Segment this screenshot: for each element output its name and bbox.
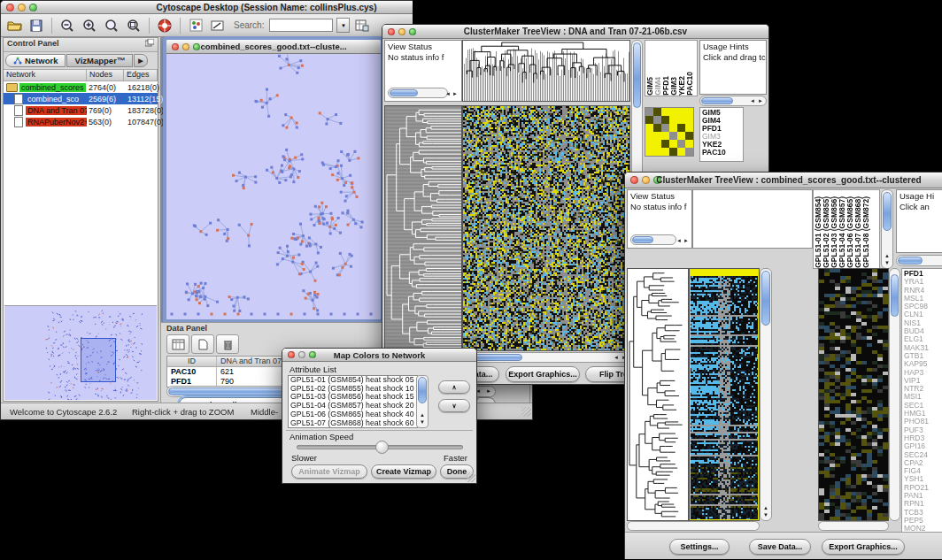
matrix-cell[interactable] xyxy=(677,108,685,116)
zoom-heatmap-canvas[interactable] xyxy=(818,268,889,521)
tv2-zoom-vscrollbar[interactable] xyxy=(889,268,900,521)
tv1-column-labels[interactable]: GIM5GIM4PFD1GIM3YKE2PAC10 xyxy=(645,40,698,96)
matrix-cell[interactable] xyxy=(653,124,661,132)
matrix-cell[interactable] xyxy=(685,108,693,116)
matrix-cell[interactable] xyxy=(661,116,669,124)
animation-speed-slider[interactable] xyxy=(297,445,463,449)
attribute-list-scrollbar[interactable]: ▲ ▼ xyxy=(416,375,429,428)
matrix-cell[interactable] xyxy=(645,116,653,124)
scroll-thumb[interactable] xyxy=(633,42,641,108)
export-graphics-button[interactable]: Export Graphics... xyxy=(822,539,905,555)
tv1-hints-scrollbar[interactable]: ◄ ► xyxy=(699,96,767,106)
column-label[interactable]: YKE2 xyxy=(677,76,685,96)
col-network[interactable]: Network xyxy=(4,70,87,81)
matrix-cell[interactable] xyxy=(669,108,677,116)
scroll-left-icon[interactable]: ◄ xyxy=(750,98,755,104)
column-label[interactable]: GPL51-02 (GSM855) xyxy=(822,196,830,268)
view-status-scrollbar[interactable] xyxy=(388,88,448,98)
column-dendrogram-canvas[interactable] xyxy=(462,40,630,102)
matrix-cell[interactable] xyxy=(661,124,669,132)
search-input[interactable] xyxy=(269,19,333,32)
open-session-button[interactable] xyxy=(4,17,24,35)
network-tree-row[interactable]: RNAPuberNov2+563(0)107847(0) xyxy=(4,116,158,127)
tv1-titlebar[interactable]: ClusterMaker TreeView : DNA and Tran 07-… xyxy=(382,25,768,39)
matrix-cell[interactable] xyxy=(653,116,661,124)
matrix-cell[interactable] xyxy=(677,140,685,148)
zoom-selected-button[interactable] xyxy=(102,17,121,35)
export-graphics-button[interactable]: Export Graphics... xyxy=(506,366,580,382)
matrix-cell[interactable] xyxy=(669,148,677,156)
heatmap-canvas[interactable] xyxy=(462,105,630,351)
row-dendrogram-canvas[interactable] xyxy=(627,268,689,521)
matrix-cell[interactable] xyxy=(685,116,693,124)
matrix-cell[interactable] xyxy=(669,132,677,140)
matrix-cell[interactable] xyxy=(661,108,669,116)
matrix-cell[interactable] xyxy=(669,140,677,148)
scroll-thumb[interactable] xyxy=(418,377,427,403)
matrix-cell[interactable] xyxy=(677,132,685,140)
birds-eye-view[interactable] xyxy=(4,305,157,400)
slider-thumb[interactable] xyxy=(375,441,389,454)
matrix-cell[interactable] xyxy=(661,140,669,148)
zoom-out-button[interactable] xyxy=(58,17,77,35)
column-label[interactable]: GIM4 xyxy=(653,77,661,96)
matrix-cell[interactable] xyxy=(669,116,677,124)
col-nodes[interactable]: Nodes xyxy=(87,70,124,81)
matrix-cell[interactable] xyxy=(661,132,669,140)
column-label[interactable]: PAC10 xyxy=(685,72,693,96)
matrix-cell[interactable] xyxy=(677,116,685,124)
column-label[interactable]: GIM3 xyxy=(669,77,677,96)
scroll-left-icon[interactable]: ◄ xyxy=(614,355,619,360)
network-tree-row[interactable]: combined_sco2569(6)13112(15) xyxy=(4,93,158,104)
float-panel-icon[interactable] xyxy=(145,39,154,50)
attribute-select-icon[interactable] xyxy=(166,334,189,354)
tv2-column-dendrogram[interactable] xyxy=(692,189,813,249)
scroll-down-icon[interactable]: ▼ xyxy=(763,512,768,518)
save-data-button[interactable]: Save Data... xyxy=(749,539,811,555)
matrix-cell[interactable] xyxy=(645,148,653,156)
tv2-titlebar[interactable]: ClusterMaker TreeView : combined_scores_… xyxy=(625,173,942,188)
node-attributes-icon[interactable] xyxy=(186,17,205,35)
heatmap-canvas[interactable] xyxy=(689,268,760,521)
scroll-right-icon[interactable]: ► xyxy=(486,388,491,394)
column-label[interactable]: PFD1 xyxy=(661,76,669,96)
scroll-up-icon[interactable]: ▲ xyxy=(884,253,890,258)
tv2-hscrollbar-left[interactable] xyxy=(627,521,760,531)
dialog-titlebar[interactable]: Map Colors to Network xyxy=(282,349,476,362)
matrix-cell[interactable] xyxy=(645,124,653,132)
view-status-scrollbar[interactable] xyxy=(630,234,676,245)
annotation-icon[interactable] xyxy=(208,17,228,35)
delete-attribute-icon[interactable] xyxy=(216,334,239,354)
tab-overflow-arrow-icon[interactable]: ▶ xyxy=(134,54,147,67)
attribute-list-item[interactable]: GPL51-07 (GSM868) heat shock 60 min xyxy=(289,419,417,428)
scroll-right-icon[interactable]: ► xyxy=(452,91,458,96)
column-label[interactable]: GPL51-01 (GSM854) xyxy=(814,196,822,268)
matrix-cell[interactable] xyxy=(645,108,653,116)
similarity-matrix[interactable] xyxy=(645,107,694,157)
tab-vizmapper[interactable]: VizMapper™ xyxy=(66,54,133,67)
animate-vizmap-button[interactable]: Animate Vizmap xyxy=(291,464,367,479)
column-label[interactable]: GPL51-06 (GSM865) xyxy=(845,196,853,268)
resize-grip[interactable] xyxy=(466,472,475,482)
scroll-right-icon[interactable]: ► xyxy=(758,98,763,104)
matrix-cell[interactable] xyxy=(645,132,653,140)
tv2-collabel-scrollbar[interactable]: ▲ ▼ xyxy=(881,189,893,269)
zoom-fit-button[interactable] xyxy=(124,17,143,35)
scroll-left-icon[interactable]: ◄ xyxy=(676,238,682,243)
gene-label[interactable]: PAC10 xyxy=(702,149,741,157)
matrix-cell[interactable] xyxy=(645,140,653,148)
column-label[interactable]: GPL51-08 (GSM872) xyxy=(861,196,869,268)
attribute-list[interactable]: GPL51-01 (GSM854) heat shock 05 minGPL51… xyxy=(288,375,418,428)
scroll-down-icon[interactable]: ▼ xyxy=(884,260,890,265)
matrix-cell[interactable] xyxy=(685,148,693,156)
save-session-button[interactable] xyxy=(27,17,46,35)
col-id[interactable]: ID xyxy=(167,357,217,366)
matrix-cell[interactable] xyxy=(685,124,693,132)
matrix-cell[interactable] xyxy=(685,140,693,148)
scroll-right-icon[interactable]: ► xyxy=(683,238,689,243)
matrix-cell[interactable] xyxy=(685,132,693,140)
move-up-button[interactable]: ∧ xyxy=(438,380,470,394)
tv2-heatmap-vscrollbar[interactable]: ▲ ▼ xyxy=(760,268,772,521)
scroll-thumb[interactable] xyxy=(883,192,892,231)
matrix-cell[interactable] xyxy=(677,124,685,132)
